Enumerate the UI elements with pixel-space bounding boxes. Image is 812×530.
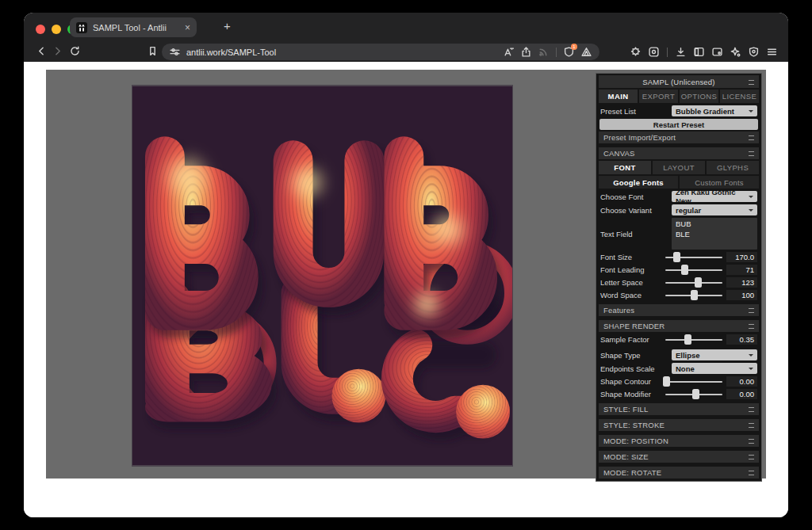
close-window-button[interactable] (36, 25, 45, 34)
forward-icon[interactable] (52, 46, 63, 56)
collapse-icon (749, 423, 754, 428)
font-size-value[interactable]: 170.0 (726, 252, 757, 262)
translate-icon[interactable] (504, 47, 514, 57)
url-bar[interactable]: antlii.work/SAMPL-Tool 1 (162, 44, 599, 60)
new-tab-button[interactable]: + (224, 19, 231, 32)
section-features[interactable]: Features (599, 304, 759, 316)
sampl-panel: SAMPL (Unlicensed) MAIN EXPORT OPTIONS L… (596, 73, 762, 482)
letter-space-slider[interactable] (665, 277, 722, 288)
bubble-art (132, 86, 512, 466)
shield-icon[interactable] (749, 47, 759, 57)
section-preset-import-export[interactable]: Preset Import/Export (599, 132, 759, 143)
tab-font[interactable]: FONT (599, 161, 651, 174)
shape-type-select[interactable]: Ellipse (672, 349, 757, 360)
section-canvas[interactable]: CANVAS (599, 147, 759, 159)
sidebar-icon[interactable] (694, 47, 704, 57)
tab-close-icon[interactable]: × (185, 23, 190, 32)
tab-glyphs[interactable]: GLYPHS (707, 161, 759, 174)
choose-variant-label: Choose Variant (600, 206, 668, 215)
word-space-row: Word Space 100 (600, 290, 757, 300)
shape-type-row: Shape Type Ellipse (600, 349, 757, 360)
font-leading-slider[interactable] (665, 265, 722, 275)
shape-modifier-slider[interactable] (665, 389, 722, 399)
choose-variant-row: Choose Variant regular (600, 204, 757, 215)
endpoints-scale-select[interactable]: None (672, 363, 757, 374)
browser-window: SAMPL Tool - Antlii × + antlii.work/SAMP… (24, 13, 788, 517)
shield-badge: 1 (571, 44, 577, 50)
choose-variant-select[interactable]: regular (672, 204, 757, 215)
collapse-icon (749, 471, 754, 475)
text-field-input[interactable]: BUB BLE (672, 218, 757, 250)
sample-factor-value[interactable]: 0.35 (726, 334, 757, 345)
preset-list-select[interactable]: Bubble Gradient (672, 105, 757, 116)
page-action-icons: 1 (504, 47, 592, 57)
collapse-icon (749, 308, 754, 313)
letter-space-row: Letter Space 123 (600, 277, 757, 288)
section-mode-size[interactable]: MODE: SIZE (599, 451, 759, 463)
endpoints-scale-label: Endpoints Scale (600, 364, 668, 373)
back-icon[interactable] (36, 46, 47, 56)
word-space-value[interactable]: 100 (726, 290, 757, 300)
tab-options[interactable]: OPTIONS (680, 90, 718, 103)
section-style-stroke[interactable]: STYLE: STROKE (599, 419, 759, 431)
bookmark-icon[interactable] (147, 46, 158, 56)
letter-space-value[interactable]: 123 (726, 277, 757, 288)
privacy-shield-icon[interactable]: 1 (564, 47, 574, 57)
main-tabs: MAIN EXPORT OPTIONS LICENSE (599, 90, 759, 103)
tab-layout[interactable]: LAYOUT (653, 161, 705, 174)
section-mode-position[interactable]: MODE: POSITION (599, 435, 759, 447)
tab-main[interactable]: MAIN (599, 90, 638, 103)
section-shape-render[interactable]: SHAPE RENDER (599, 320, 759, 332)
endpoints-scale-row: Endpoints Scale None (600, 363, 757, 374)
triangle-extension-icon[interactable] (581, 47, 592, 57)
shape-modifier-row: Shape Modifier 0.00 (600, 389, 757, 399)
word-space-slider[interactable] (665, 290, 722, 300)
panel-title: SAMPL (Unlicensed) (642, 78, 714, 86)
sample-factor-slider[interactable] (665, 334, 722, 345)
choose-font-select[interactable]: Zen Kaku Gothic New (672, 191, 757, 202)
choose-font-row: Choose Font Zen Kaku Gothic New (600, 191, 757, 202)
section-style-fill[interactable]: STYLE: FILL (599, 403, 759, 415)
shape-contour-value[interactable]: 0.00 (726, 376, 757, 387)
shape-contour-slider[interactable] (665, 376, 722, 387)
font-size-row: Font Size 170.0 (600, 252, 757, 262)
collapse-icon (749, 439, 754, 444)
tab-export[interactable]: EXPORT (639, 90, 678, 103)
favicon (76, 22, 87, 33)
browser-action-icons (630, 44, 777, 60)
navigation-bar: antlii.work/SAMPL-Tool 1 (24, 40, 788, 62)
extensions-icon[interactable] (630, 47, 641, 57)
divider (667, 48, 668, 57)
shape-contour-row: Shape Contour 0.00 (600, 376, 757, 387)
section-mode-rotate[interactable]: MODE: ROTATE (599, 467, 759, 479)
tab-custom-fonts[interactable]: Custom Fonts (680, 176, 759, 189)
download-icon[interactable] (676, 47, 686, 57)
font-source-tabs: Google Fonts Custom Fonts (599, 176, 759, 189)
rss-icon[interactable] (538, 47, 549, 57)
menu-icon[interactable] (767, 47, 777, 57)
text-field-label: Text Field (600, 230, 668, 238)
browser-tab[interactable]: SAMPL Tool - Antlii × (70, 17, 197, 37)
font-size-slider[interactable] (665, 252, 722, 262)
card-icon[interactable] (712, 47, 722, 57)
site-settings-icon[interactable] (170, 47, 180, 57)
panel-title-bar[interactable]: SAMPL (Unlicensed) (599, 75, 759, 88)
collapse-icon (749, 151, 754, 156)
browser-chrome: SAMPL Tool - Antlii × + antlii.work/SAMP… (24, 13, 788, 62)
tab-google-fonts[interactable]: Google Fonts (599, 176, 678, 189)
canvas-preview (132, 85, 513, 467)
tab-license[interactable]: LICENSE (720, 90, 759, 103)
shape-modifier-value[interactable]: 0.00 (726, 389, 757, 399)
reload-icon[interactable] (70, 46, 80, 56)
sparkle-icon[interactable] (730, 47, 741, 57)
minimize-window-button[interactable] (52, 25, 61, 34)
font-tabs: FONT LAYOUT GLYPHS (599, 161, 759, 174)
restart-preset-button[interactable]: Restart Preset (599, 119, 758, 130)
url-text[interactable]: antlii.work/SAMPL-Tool (186, 48, 497, 57)
web-page: SAMPL (Unlicensed) MAIN EXPORT OPTIONS L… (24, 62, 788, 517)
font-leading-row: Font Leading 71 (600, 265, 757, 275)
font-leading-value[interactable]: 71 (726, 265, 757, 275)
text-field-row: Text Field BUB BLE (600, 218, 757, 250)
share-icon[interactable] (521, 47, 531, 57)
password-manager-icon[interactable] (649, 47, 659, 57)
